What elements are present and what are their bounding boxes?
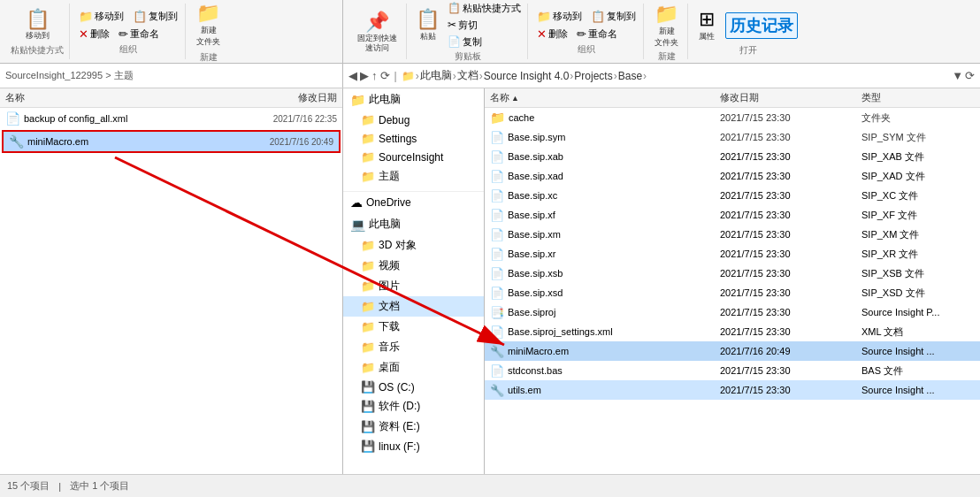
nav-item-video[interactable]: 📁 视频	[343, 256, 484, 276]
xab-type: SIP_XAB 文件	[861, 150, 975, 164]
nav-item-settings[interactable]: 📁 Settings	[343, 129, 484, 148]
debug-label: Debug	[379, 114, 410, 126]
nav-item-soft-d[interactable]: 💾 软件 (D:)	[343, 396, 484, 417]
breadcrumb-si[interactable]: 文档	[457, 68, 479, 83]
right-file-sym[interactable]: 📄 Base.sip.sym 2021/7/15 23:30 SIP_SYM 文…	[485, 127, 980, 147]
copy-right-btn[interactable]: 📄 复制	[445, 34, 524, 50]
paste-shortcut-right-icon: 📋	[448, 2, 461, 14]
utils-icon: 🔧	[490, 384, 504, 397]
right-file-xsb[interactable]: 📄 Base.sip.xsb 2021/7/15 23:30 SIP_XSB 文…	[485, 264, 980, 283]
delete-right-btn[interactable]: ✕ 删除	[533, 26, 571, 42]
nav-item-3d[interactable]: 📁 3D 对象	[343, 235, 484, 256]
history-icon: 历史记录	[725, 12, 798, 39]
properties-btn[interactable]: ⊞ 属性	[695, 6, 718, 44]
right-file-minimacro[interactable]: 🔧 miniMacro.em 2021/7/16 20:49 Source In…	[485, 341, 980, 361]
status-bar: 15 个项目 | 选中 1 个项目	[0, 474, 980, 497]
xf-icon: 📄	[490, 209, 504, 222]
paste-shortcut-btn[interactable]: 📋 移动到	[22, 6, 53, 42]
new-folder-right-btn[interactable]: 📁 新建文件夹	[651, 1, 682, 50]
pc-root-label: 此电脑	[369, 92, 401, 107]
right-col-name[interactable]: 名称 ▲	[490, 91, 720, 104]
paste-shortcut-right-btn[interactable]: 📋 粘贴快捷方式	[445, 1, 524, 16]
right-file-xc[interactable]: 📄 Base.sip.xc 2021/7/15 23:30 SIP_XC 文件	[485, 186, 980, 205]
mid-panel: 📁 此电脑 📁 Debug 📁 Settings 📁 SourceInsight…	[343, 88, 485, 474]
cut-btn[interactable]: ✂ 剪切	[445, 18, 524, 33]
paste-label: 粘贴	[420, 31, 436, 42]
right-file-xab[interactable]: 📄 Base.sip.xab 2021/7/15 23:30 SIP_XAB 文…	[485, 147, 980, 166]
move-to-right-btn[interactable]: 📁 移动到	[533, 8, 586, 25]
nav-item-sourceinsight[interactable]: 📁 SourceInsight	[343, 148, 484, 166]
right-file-xsd[interactable]: 📄 Base.sip.xsd 2021/7/15 23:30 SIP_XSD 文…	[485, 283, 980, 302]
pin-quick-btn[interactable]: 📌 固定到快速速访问	[354, 9, 401, 55]
music-icon: 📁	[361, 340, 375, 354]
nav-item-os-c[interactable]: 💾 OS (C:)	[343, 378, 484, 396]
right-panel: 名称 ▲ 修改日期 类型 📁 cache 2021/7/15 23:30 文件夹	[485, 88, 980, 474]
breadcrumb-projects[interactable]: Projects	[574, 70, 612, 82]
siproj-type: Source Insight P...	[861, 307, 975, 317]
siproj-name: Base.siproj	[508, 307, 555, 317]
right-file-list: 📁 cache 2021/7/15 23:30 文件夹 📄 Base.sip.s…	[485, 108, 980, 474]
right-file-settings-xml[interactable]: 📄 Base.siproj_settings.xml 2021/7/15 23:…	[485, 322, 980, 341]
nav-item-documents[interactable]: 📁 文档	[343, 296, 484, 317]
minimacro-right-date: 2021/7/16 20:49	[720, 346, 861, 356]
address-dropdown-btn[interactable]: ▼	[952, 69, 963, 82]
breadcrumb-docs[interactable]: 此电脑	[420, 68, 452, 83]
left-file-minimacro[interactable]: 🔧 miniMacro.em 2021/7/16 20:49	[2, 130, 341, 153]
delete-btn[interactable]: ✕ 删除	[75, 26, 113, 42]
right-file-xr[interactable]: 📄 Base.sip.xr 2021/7/15 23:30 SIP_XR 文件	[485, 244, 980, 264]
this-pc-label: 此电脑	[369, 217, 401, 232]
pc-root-icon: 📁	[350, 93, 365, 107]
nav-item-pc-root[interactable]: 📁 此电脑	[343, 88, 484, 111]
address-refresh-btn[interactable]: ⟳	[965, 69, 975, 82]
left-col-name[interactable]: 名称	[5, 91, 298, 104]
nav-item-data-e[interactable]: 💾 资料 (E:)	[343, 417, 484, 437]
new-folder-btn-left[interactable]: 📁 新建文件夹	[193, 0, 224, 50]
settings-xml-name: Base.siproj_settings.xml	[508, 326, 613, 337]
nav-item-this-pc[interactable]: 💻 此电脑	[343, 213, 484, 235]
history-btn[interactable]: 历史记录	[722, 11, 801, 41]
nav-forward-btn[interactable]: ▶	[360, 69, 369, 82]
nav-back-btn[interactable]: ◀	[348, 69, 357, 82]
nav-refresh-btn[interactable]: ⟳	[380, 69, 390, 82]
breadcrumb-pc[interactable]: 📁	[402, 70, 415, 82]
right-file-siproj[interactable]: 📑 Base.siproj 2021/7/15 23:30 Source Ins…	[485, 302, 980, 322]
breadcrumb-base[interactable]: Base	[618, 70, 642, 82]
right-toolbar: 📌 固定到快速速访问 📋 粘贴 📋 粘贴快捷方式	[343, 0, 980, 63]
nav-up-btn[interactable]: ↑	[371, 69, 378, 82]
right-file-xf[interactable]: 📄 Base.sip.xf 2021/7/15 23:30 SIP_XF 文件	[485, 205, 980, 225]
right-file-stdconst[interactable]: 📄 stdconst.bas 2021/7/15 23:30 BAS 文件	[485, 361, 980, 380]
left-file-backup[interactable]: 📄 backup of config_all.xml 2021/7/16 22:…	[0, 108, 342, 129]
right-file-xm[interactable]: 📄 Base.sip.xm 2021/7/15 23:30 SIP_XM 文件	[485, 225, 980, 244]
rename-right-btn[interactable]: ✏ 重命名	[573, 26, 621, 42]
left-col-date[interactable]: 修改日期	[298, 91, 337, 104]
right-file-cache[interactable]: 📁 cache 2021/7/15 23:30 文件夹	[485, 108, 980, 127]
right-col-type[interactable]: 类型	[861, 91, 975, 104]
nav-item-desktop[interactable]: 📁 桌面	[343, 357, 484, 378]
copy-to-right-btn[interactable]: 📋 复制到	[587, 8, 639, 25]
settings-xml-date: 2021/7/15 23:30	[720, 326, 861, 337]
xad-icon: 📄	[490, 170, 504, 183]
copy-to-btn[interactable]: 📋 复制到	[129, 8, 181, 25]
nav-item-onedrive[interactable]: ☁ OneDrive	[343, 192, 484, 213]
right-col-date[interactable]: 修改日期	[720, 91, 861, 104]
paste-btn[interactable]: 📋 粘贴	[412, 6, 443, 44]
nav-item-downloads[interactable]: 📁 下载	[343, 317, 484, 337]
onedrive-icon: ☁	[350, 195, 363, 210]
desktop-label: 桌面	[379, 360, 400, 375]
right-file-xad[interactable]: 📄 Base.sip.xad 2021/7/15 23:30 SIP_XAD 文…	[485, 166, 980, 186]
breadcrumb-si40[interactable]: Source Insight 4.0	[484, 70, 570, 82]
utils-date: 2021/7/15 23:30	[720, 385, 861, 395]
minimacro-right-type: Source Insight ...	[861, 346, 975, 356]
nav-item-debug[interactable]: 📁 Debug	[343, 111, 484, 129]
nav-item-theme[interactable]: 📁 主题	[343, 166, 484, 187]
left-new-section: 📁 新建文件夹 新建	[188, 4, 229, 59]
nav-item-music[interactable]: 📁 音乐	[343, 337, 484, 357]
right-file-utils[interactable]: 🔧 utils.em 2021/7/15 23:30 Source Insigh…	[485, 380, 980, 400]
nav-item-linux-f[interactable]: 💾 linux (F:)	[343, 437, 484, 455]
nav-item-pictures[interactable]: 📁 图片	[343, 276, 484, 296]
move-to-btn[interactable]: 📁 移动到	[75, 8, 127, 25]
rename-btn[interactable]: ✏ 重命名	[115, 26, 163, 42]
settings-xml-icon: 📄	[490, 325, 504, 339]
left-address-text[interactable]: SourceInsight_122995 > 主题	[5, 69, 134, 82]
right-section-label-clipboard: 剪贴板	[412, 50, 524, 63]
